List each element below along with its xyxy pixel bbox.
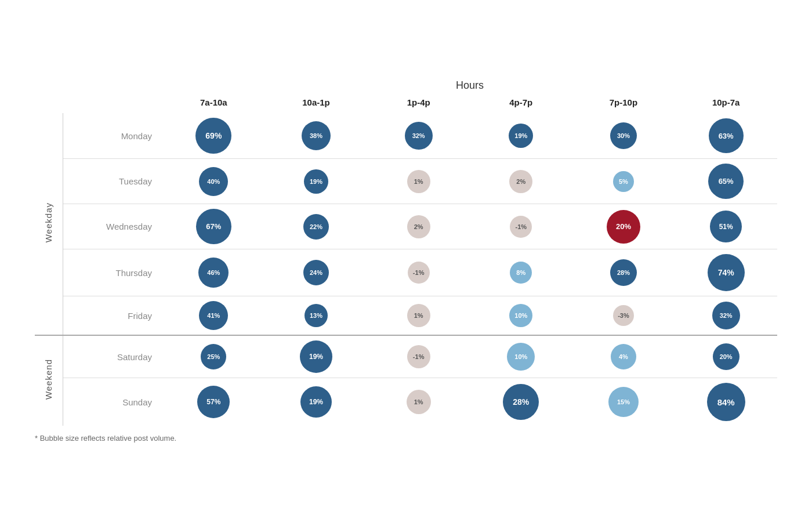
data-cell: 2% xyxy=(367,204,470,249)
data-cell: 41% xyxy=(162,296,265,336)
data-cell: 30% xyxy=(572,113,675,159)
day-label-tuesday: Tuesday xyxy=(63,159,162,204)
data-cell: 63% xyxy=(675,113,777,159)
bubble: 8% xyxy=(510,262,532,284)
data-cell: 46% xyxy=(162,249,265,296)
data-cell: -1% xyxy=(367,335,470,378)
data-cell: 22% xyxy=(265,204,368,249)
bubble: 28% xyxy=(503,384,539,420)
data-cell: 67% xyxy=(162,204,265,249)
bubble: 28% xyxy=(610,259,637,286)
bubble: 51% xyxy=(710,211,742,242)
bubble: 19% xyxy=(509,124,533,148)
data-cell: 19% xyxy=(470,113,572,159)
data-cell: 65% xyxy=(675,159,777,204)
bubble: 20% xyxy=(713,343,740,370)
col-header-4: 7p-10p xyxy=(572,94,675,113)
data-cell: 2% xyxy=(470,159,572,204)
bubble: 15% xyxy=(608,387,639,417)
table-row: Wednesday67%22%2%-1%20%51% xyxy=(35,204,777,249)
data-cell: 74% xyxy=(675,249,777,296)
bubble: 4% xyxy=(611,344,636,369)
data-cell: 25% xyxy=(162,335,265,378)
data-cell: 69% xyxy=(162,113,265,159)
data-cell: 13% xyxy=(265,296,368,336)
data-cell: 4% xyxy=(572,335,675,378)
col-header-5: 10p-7a xyxy=(675,94,777,113)
bubble: 19% xyxy=(300,386,332,418)
table-row: Thursday46%24%-1%8%28%74% xyxy=(35,249,777,296)
data-cell: 1% xyxy=(367,296,470,336)
col-header-2: 1p-4p xyxy=(367,94,470,113)
bubble: 69% xyxy=(195,118,231,154)
table-row: WeekendSaturday25%19%-1%10%4%20% xyxy=(35,335,777,378)
bubble: 25% xyxy=(201,344,226,369)
day-label-monday: Monday xyxy=(63,113,162,159)
col-header-0: 7a-10a xyxy=(162,94,265,113)
data-cell: 20% xyxy=(572,204,675,249)
col-header-3: 4p-7p xyxy=(470,94,572,113)
data-cell: 40% xyxy=(162,159,265,204)
bubble: 30% xyxy=(610,122,637,149)
bubble: 24% xyxy=(303,260,329,285)
data-cell: 19% xyxy=(265,378,368,426)
data-cell: 32% xyxy=(367,113,470,159)
bubble: -1% xyxy=(408,262,430,284)
bubble: 13% xyxy=(304,304,328,327)
bubble: -1% xyxy=(510,216,532,238)
bubble: 65% xyxy=(708,164,744,199)
table-row: Friday41%13%1%10%-3%32% xyxy=(35,296,777,336)
bubble: 32% xyxy=(405,122,433,150)
data-cell: 32% xyxy=(675,296,777,336)
data-cell: -1% xyxy=(470,204,572,249)
bubble: 2% xyxy=(509,170,532,193)
data-cell: 8% xyxy=(470,249,572,296)
day-label-sunday: Sunday xyxy=(63,378,162,426)
bubble: 19% xyxy=(304,169,328,194)
bubble: 67% xyxy=(196,209,231,244)
bubble: 1% xyxy=(407,170,430,193)
day-label-wednesday: Wednesday xyxy=(63,204,162,249)
bubble: 2% xyxy=(407,215,430,238)
data-cell: 19% xyxy=(265,159,368,204)
bubble: 10% xyxy=(509,304,532,327)
bubble: 57% xyxy=(197,386,230,418)
day-label-saturday: Saturday xyxy=(63,335,162,378)
column-headers-row: 7a-10a 10a-1p 1p-4p 4p-7p 7p-10p 10p-7a xyxy=(35,94,777,113)
bubble-chart-table: Hours 7a-10a 10a-1p 1p-4p 4p-7p 7p-10p 1… xyxy=(35,79,777,426)
bubble: 63% xyxy=(709,118,744,153)
table-row: Tuesday40%19%1%2%5%65% xyxy=(35,159,777,204)
data-cell: 51% xyxy=(675,204,777,249)
bubble: -1% xyxy=(407,345,430,368)
bubble: 20% xyxy=(607,210,640,244)
data-cell: 20% xyxy=(675,335,777,378)
data-cell: 28% xyxy=(470,378,572,426)
footnote: * Bubble size reflects relative post vol… xyxy=(35,434,777,443)
bubble: 1% xyxy=(407,304,430,327)
bubble: 46% xyxy=(198,258,229,288)
day-label-friday: Friday xyxy=(63,296,162,336)
bubble: 5% xyxy=(613,171,634,192)
data-cell: 10% xyxy=(470,296,572,336)
group-label-weekday: Weekday xyxy=(35,113,63,335)
bubble: -3% xyxy=(613,305,634,326)
bubble: 10% xyxy=(507,343,535,371)
bubble: 1% xyxy=(407,390,431,414)
data-cell: -1% xyxy=(367,249,470,296)
table-row: Sunday57%19%1%28%15%84% xyxy=(35,378,777,426)
data-cell: 24% xyxy=(265,249,368,296)
bubble: 22% xyxy=(303,214,329,240)
bubble: 19% xyxy=(300,340,332,373)
data-cell: 28% xyxy=(572,249,675,296)
data-cell: 15% xyxy=(572,378,675,426)
table-row: WeekdayMonday69%38%32%19%30%63% xyxy=(35,113,777,159)
day-label-thursday: Thursday xyxy=(63,249,162,296)
bubble: 84% xyxy=(707,383,745,421)
data-cell: 19% xyxy=(265,335,368,378)
data-cell: 38% xyxy=(265,113,368,159)
chart-container: Hours 7a-10a 10a-1p 1p-4p 4p-7p 7p-10p 1… xyxy=(17,68,795,454)
hours-main-label: Hours xyxy=(162,79,777,94)
bubble: 74% xyxy=(708,254,745,291)
bubble: 38% xyxy=(302,121,331,150)
col-header-1: 10a-1p xyxy=(265,94,368,113)
